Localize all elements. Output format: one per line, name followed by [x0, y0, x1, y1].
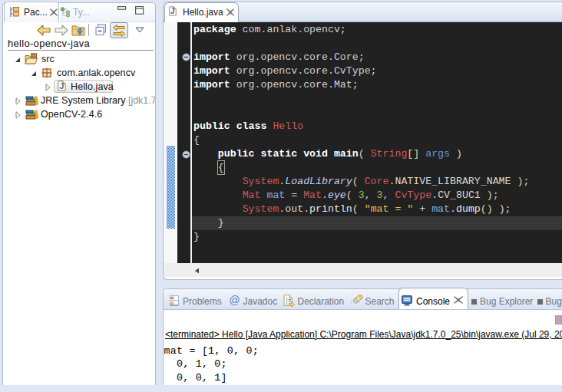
svg-text:J: J: [170, 8, 175, 16]
svg-text:J: J: [59, 81, 64, 91]
